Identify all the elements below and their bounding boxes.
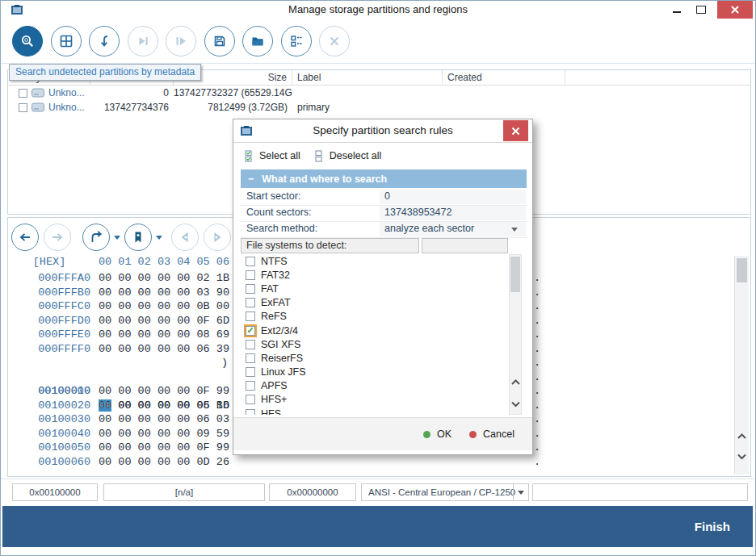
checkbox-icon[interactable]	[246, 270, 255, 280]
fs-item-ext234[interactable]: ✓Ext2/3/4	[241, 324, 508, 337]
value-field[interactable]: [n/a]	[103, 483, 265, 501]
chevron-down-icon	[511, 228, 518, 232]
checkbox-icon[interactable]	[246, 257, 255, 266]
hex-bytes[interactable]: 00 00 00 00 00 08 69	[99, 328, 229, 342]
hex-bytes[interactable]: 00 00 00 00 00 09 59	[99, 427, 229, 441]
hex-bytes[interactable]: 00 00 00 00 00 0F 99	[99, 441, 229, 455]
fs-item-apfs[interactable]: APFS	[241, 379, 508, 393]
checkbox-icon[interactable]	[246, 284, 255, 294]
maximize-button[interactable]	[689, 1, 713, 19]
hex-scrollbar-thumb[interactable]	[737, 258, 747, 282]
checkbox-icon[interactable]	[246, 340, 255, 349]
hex-bytes[interactable]: 00 00 00 00 00 02 1B	[99, 271, 229, 286]
fs-list-scrollbar[interactable]	[509, 254, 522, 415]
row-checkbox[interactable]	[19, 89, 27, 98]
fs-item-hfs[interactable]: HFS	[241, 407, 508, 415]
selection-field[interactable]: 0x00000000	[269, 483, 356, 501]
forward-button[interactable]	[44, 224, 71, 251]
scroll-down-icon[interactable]	[510, 399, 521, 409]
skip-to-end-button[interactable]	[128, 26, 158, 56]
checkbox-icon[interactable]	[246, 381, 255, 391]
checkbox-icon[interactable]	[246, 395, 255, 404]
start-sector-input[interactable]: 0	[380, 190, 526, 204]
fs-item-exfat[interactable]: ExFAT	[241, 296, 508, 310]
row-checkbox[interactable]	[19, 103, 27, 112]
label-value: primary	[292, 100, 443, 115]
count-sectors-input[interactable]: 137438953472	[380, 206, 526, 220]
back-button[interactable]	[11, 224, 39, 251]
fs-item-linux-jfs[interactable]: Linux JFS	[241, 366, 508, 379]
fs-item-label: HFS	[261, 408, 281, 415]
count-sectors-row: Count sectors: 137438953472	[241, 205, 527, 222]
scroll-down-icon[interactable]	[737, 451, 747, 462]
dialog-close-button[interactable]	[503, 120, 528, 141]
table-row[interactable]: Unkno... 0 137427732327 (65529.14GB)	[8, 86, 750, 100]
hex-address: 000FFFB0	[8, 286, 90, 300]
fs-scrollbar-thumb[interactable]	[510, 257, 520, 292]
hex-scrollbar[interactable]	[734, 256, 749, 474]
encoding-combo[interactable]: ANSI - Central European / CP-1250	[361, 483, 529, 501]
encoding-dropdown[interactable]	[513, 484, 528, 500]
position-field[interactable]: 0x00100000	[12, 483, 98, 501]
cancel-button[interactable]: Cancel	[483, 428, 514, 440]
hex-bytes[interactable]: 00 00 00 00 00 06 03	[99, 412, 229, 427]
search-partitions-button[interactable]	[12, 26, 43, 56]
titlebar: Manage storage partitions and regions	[1, 1, 755, 19]
ok-button[interactable]: OK	[437, 428, 452, 440]
encoding-value: ANSI - Central European / CP-1250	[368, 487, 515, 497]
collapse-icon[interactable]: −	[248, 173, 254, 185]
checkbox-icon[interactable]	[246, 311, 255, 321]
search-method-label: Search method:	[246, 221, 317, 237]
deselect-all-button[interactable]: Deselect all	[315, 150, 382, 162]
checkbox-icon[interactable]	[246, 298, 255, 307]
fs-item-sgi-xfs[interactable]: SGI XFS	[241, 337, 508, 351]
partition-list-button[interactable]	[281, 26, 312, 56]
checkbox-icon[interactable]	[246, 409, 255, 415]
close-button[interactable]	[717, 1, 753, 19]
hex-bytes[interactable]: 00 00 00 00 00 06 39	[99, 342, 229, 357]
checkbox-checked-icon[interactable]: ✓	[246, 326, 255, 336]
scroll-up-icon[interactable]	[737, 432, 747, 442]
partition-grid-button[interactable]	[51, 26, 82, 56]
fs-item-reiserfs[interactable]: ReiserFS	[241, 351, 508, 365]
hex-bytes[interactable]: 00 00 00 00 00 05 BD	[99, 399, 229, 413]
fs-item-fat[interactable]: FAT	[241, 282, 508, 295]
scroll-up-icon[interactable]	[510, 378, 521, 388]
section-header[interactable]: − What and where to search	[241, 169, 527, 188]
next-bookmark-button[interactable]	[204, 224, 231, 251]
checkbox-icon[interactable]	[246, 367, 255, 377]
extra-field[interactable]	[532, 483, 748, 501]
search-method-select[interactable]: analyze each sector	[380, 222, 526, 236]
jump-dropdown-caret[interactable]	[114, 236, 120, 240]
open-folder-button[interactable]	[242, 26, 273, 56]
hex-bytes[interactable]: 00 00 00 00 00 0B 00	[99, 299, 229, 314]
hex-bytes[interactable]: 00 00 00 00 00 0F 6D	[99, 314, 229, 328]
jump-button[interactable]	[82, 224, 110, 251]
fs-item-ntfs[interactable]: NTFS	[241, 254, 508, 268]
resume-button[interactable]	[166, 26, 196, 56]
hex-address: 00100060	[8, 455, 90, 470]
jump-down-button[interactable]	[89, 26, 120, 56]
select-all-label: Select all	[259, 150, 300, 161]
fs-item-hfs-plus[interactable]: HFS+	[241, 393, 508, 407]
minimize-button[interactable]	[665, 1, 689, 19]
hex-bytes[interactable]: 00 00 00 00 00 0D 26	[99, 455, 229, 470]
finish-button[interactable]: Finish	[695, 506, 730, 547]
fs-item-fat32[interactable]: FAT32	[241, 268, 508, 282]
hex-bytes[interactable]: 00 00 00 00 00 0F 99	[99, 384, 229, 399]
hex-bytes[interactable]: 00 00 00 00 00 03 90	[99, 286, 229, 300]
checkbox-icon[interactable]	[246, 353, 255, 363]
table-row[interactable]: Unkno... 137427734376 7812499 (3.72GB) p…	[8, 100, 750, 115]
fs-item-label: APFS	[261, 380, 288, 391]
column-created[interactable]: Created	[443, 70, 565, 85]
select-all-button[interactable]: Select all	[245, 150, 300, 162]
prev-bookmark-button[interactable]	[171, 224, 199, 251]
fs-item-refs[interactable]: ReFS	[241, 310, 508, 324]
save-button[interactable]	[204, 26, 235, 56]
hex-address: 000FFFD0	[8, 314, 90, 328]
close-view-button[interactable]	[319, 26, 350, 56]
deselect-all-icon	[315, 150, 325, 162]
column-label[interactable]: Label	[292, 70, 443, 85]
bookmark-button[interactable]	[124, 224, 152, 251]
bookmark-dropdown-caret[interactable]	[156, 236, 162, 240]
